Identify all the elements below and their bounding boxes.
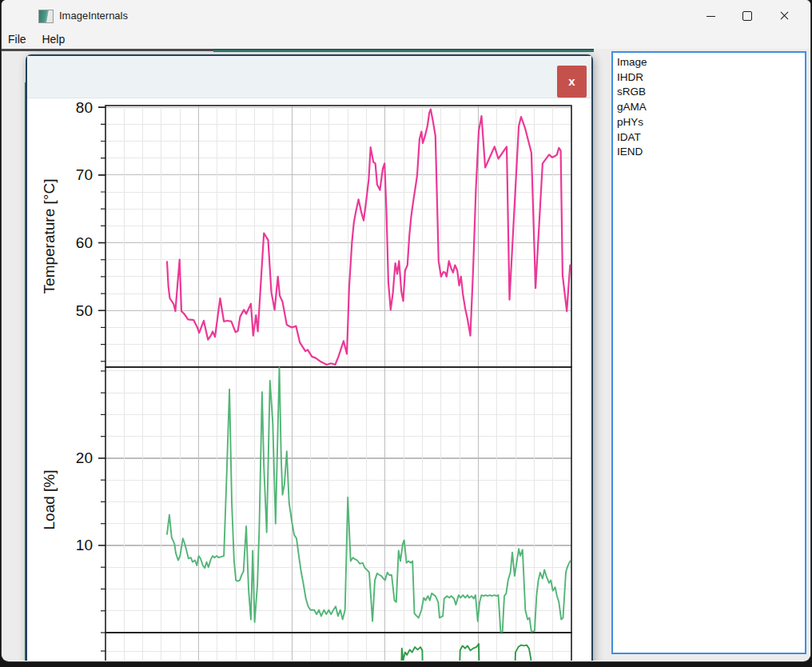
imageview-top-border — [2, 49, 213, 51]
svg-text:Temperature [°C]: Temperature [°C] — [41, 179, 58, 294]
series-load — [167, 368, 570, 632]
list-item-IEND[interactable]: IEND — [617, 145, 805, 160]
list-item-Image[interactable]: Image — [617, 55, 805, 70]
list-item-sRGB[interactable]: sRGB — [617, 85, 805, 100]
close-button[interactable] — [766, 2, 802, 30]
list-item-IHDR[interactable]: IHDR — [617, 70, 805, 86]
series-activity — [167, 644, 570, 661]
maximize-button[interactable] — [729, 2, 766, 30]
plot-canvas: 50607080Temperature [°C]1020Load [%] — [27, 98, 591, 661]
series-temperature — [167, 110, 570, 365]
background-image-top-edge — [213, 49, 594, 52]
client-area: x 50607080Temperature [°C]1020Load [%] I… — [2, 49, 810, 661]
window-controls — [692, 0, 802, 32]
menubar: File Help — [2, 32, 810, 49]
svg-text:80: 80 — [76, 99, 93, 116]
list-item-gAMA[interactable]: gAMA — [617, 100, 805, 115]
svg-text:20: 20 — [76, 449, 93, 466]
app-icon — [38, 10, 54, 23]
maximize-icon — [742, 11, 752, 21]
app-title: ImageInternals — [59, 10, 128, 22]
titlebar[interactable]: ImageInternals — [2, 0, 810, 32]
minimize-button[interactable] — [692, 2, 729, 30]
svg-text:Load [%]: Load [%] — [41, 470, 58, 530]
minimize-icon — [707, 16, 715, 17]
plot-window-titlebar[interactable]: x — [27, 56, 591, 98]
svg-text:60: 60 — [76, 234, 93, 251]
list-item-pHYs[interactable]: pHYs — [617, 115, 805, 130]
list-item-IDAT[interactable]: IDAT — [617, 130, 805, 146]
app-window: ImageInternals File Help x 50607 — [2, 0, 810, 661]
plot-svg: 50607080Temperature [°C]1020Load [%] — [27, 98, 591, 661]
plot-close-button[interactable]: x — [557, 66, 587, 98]
svg-text:70: 70 — [76, 166, 93, 183]
menu-file[interactable]: File — [2, 32, 33, 48]
svg-text:10: 10 — [76, 537, 93, 553]
svg-text:50: 50 — [76, 302, 93, 319]
chunk-listbox[interactable]: ImageIHDRsRGBgAMApHYsIDATIEND — [611, 51, 806, 654]
plot-window: x 50607080Temperature [°C]1020Load [%] — [26, 54, 593, 661]
menu-help[interactable]: Help — [35, 32, 71, 48]
